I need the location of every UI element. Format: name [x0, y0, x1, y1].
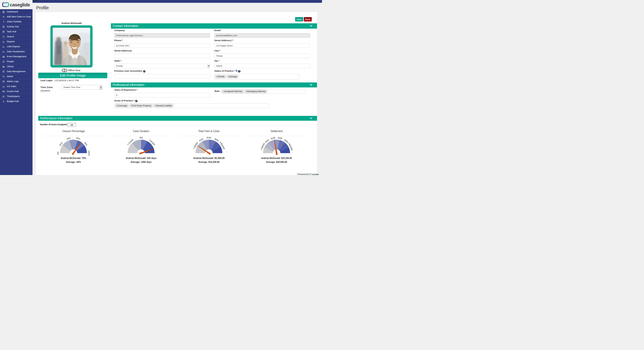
- svg-text:Andrew McDonald: $5,394.00: Andrew McDonald: $5,394.00: [193, 157, 224, 160]
- svg-text:$: $: [3, 100, 4, 103]
- svg-text:Average: $10,304.00: Average: $10,304.00: [198, 160, 220, 164]
- svg-text:Case Duration: Case Duration: [133, 130, 149, 133]
- svg-text:Settlement: Settlement: [270, 130, 283, 133]
- svg-text:$15k: $15k: [271, 136, 276, 140]
- svg-text:Closure Percentage: Closure Percentage: [62, 130, 84, 133]
- svg-text:60%: 60%: [76, 136, 80, 140]
- svg-text:Average: 1450 days: Average: 1450 days: [131, 160, 152, 164]
- svg-text:Andrew McDonald: 543 days: Andrew McDonald: 543 days: [126, 157, 156, 160]
- svg-text:Average: 44%: Average: 44%: [66, 160, 81, 164]
- svg-text:$: $: [3, 91, 4, 92]
- svg-text:$15k: $15k: [206, 136, 211, 139]
- svg-text:$20k: $20k: [278, 136, 282, 140]
- svg-text:Average: $20,094.00: Average: $20,094.00: [266, 160, 287, 164]
- svg-text:Andrew McDonald: 70%: Andrew McDonald: 70%: [61, 157, 86, 160]
- svg-text:100%: 100%: [88, 150, 90, 156]
- svg-text:Total Fees & Costs: Total Fees & Costs: [198, 130, 220, 133]
- svg-text:Andrew McDonald: $15,184.00: Andrew McDonald: $15,184.00: [261, 157, 292, 160]
- svg-text:40%: 40%: [66, 136, 71, 140]
- svg-text:350: 350: [140, 136, 143, 139]
- svg-text:0%: 0%: [56, 152, 59, 154]
